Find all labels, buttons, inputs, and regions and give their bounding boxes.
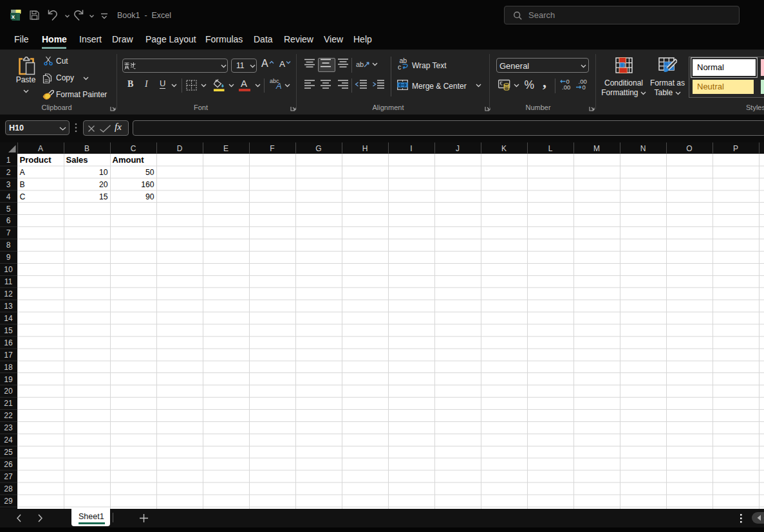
svg-text:20: 20 xyxy=(4,387,13,396)
svg-text:5: 5 xyxy=(6,205,11,214)
svg-text:O: O xyxy=(686,144,692,153)
svg-text:H: H xyxy=(362,144,368,153)
svg-text:20: 20 xyxy=(99,180,108,189)
svg-text:3: 3 xyxy=(6,180,11,189)
svg-text:2: 2 xyxy=(6,168,11,177)
svg-text:24: 24 xyxy=(4,436,13,445)
svg-text:c: c xyxy=(398,63,401,71)
svg-text:8: 8 xyxy=(6,241,11,250)
svg-text:Sales: Sales xyxy=(66,155,88,165)
svg-text:0: 0 xyxy=(582,84,586,90)
svg-text:160: 160 xyxy=(141,180,154,189)
svg-text:E: E xyxy=(223,144,228,153)
svg-text:15: 15 xyxy=(99,192,108,201)
svg-text:25: 25 xyxy=(4,448,13,457)
svg-text:4: 4 xyxy=(6,192,11,201)
svg-text:N: N xyxy=(640,144,646,153)
svg-text:13: 13 xyxy=(4,302,13,311)
svg-text:26: 26 xyxy=(4,460,13,469)
svg-text:F: F xyxy=(270,144,274,153)
svg-text:Amount: Amount xyxy=(113,155,145,165)
svg-text:17: 17 xyxy=(4,351,13,360)
svg-text:Product: Product xyxy=(20,155,52,165)
svg-text:A: A xyxy=(20,168,26,177)
svg-text:10: 10 xyxy=(99,168,108,177)
svg-text:7: 7 xyxy=(6,228,11,237)
svg-text:28: 28 xyxy=(4,484,13,493)
svg-text:90: 90 xyxy=(145,192,154,201)
svg-text:L: L xyxy=(548,144,553,153)
svg-text:50: 50 xyxy=(145,168,154,177)
svg-text:27: 27 xyxy=(4,472,13,481)
svg-text:23: 23 xyxy=(4,423,13,432)
svg-text:K: K xyxy=(501,144,507,153)
svg-text:9: 9 xyxy=(6,253,11,262)
svg-text:B: B xyxy=(20,180,25,189)
svg-text:C: C xyxy=(20,192,26,201)
svg-text:x: x xyxy=(12,13,15,20)
svg-text:A: A xyxy=(38,144,43,153)
svg-text:.00: .00 xyxy=(562,84,570,90)
svg-text:11: 11 xyxy=(5,277,13,286)
svg-text:P: P xyxy=(733,144,738,153)
svg-text:18: 18 xyxy=(4,363,13,372)
svg-text:B: B xyxy=(84,144,89,153)
svg-text:16: 16 xyxy=(4,338,13,347)
svg-text:J: J xyxy=(456,144,460,153)
svg-text:14: 14 xyxy=(4,314,13,323)
svg-text:G: G xyxy=(315,144,321,153)
svg-text:I: I xyxy=(410,144,412,153)
svg-text:6: 6 xyxy=(6,216,11,225)
svg-text:12: 12 xyxy=(4,289,13,298)
svg-text:15: 15 xyxy=(4,326,13,335)
svg-text:21: 21 xyxy=(4,399,13,408)
svg-text:ab: ab xyxy=(356,60,364,68)
svg-text:10: 10 xyxy=(4,265,13,274)
svg-text:D: D xyxy=(177,144,183,153)
svg-text:19: 19 xyxy=(4,375,13,384)
svg-text:29: 29 xyxy=(4,497,13,506)
svg-text:1: 1 xyxy=(6,156,11,165)
svg-text:C: C xyxy=(131,144,136,153)
svg-text:M: M xyxy=(593,144,600,153)
svg-text:22: 22 xyxy=(4,411,13,420)
